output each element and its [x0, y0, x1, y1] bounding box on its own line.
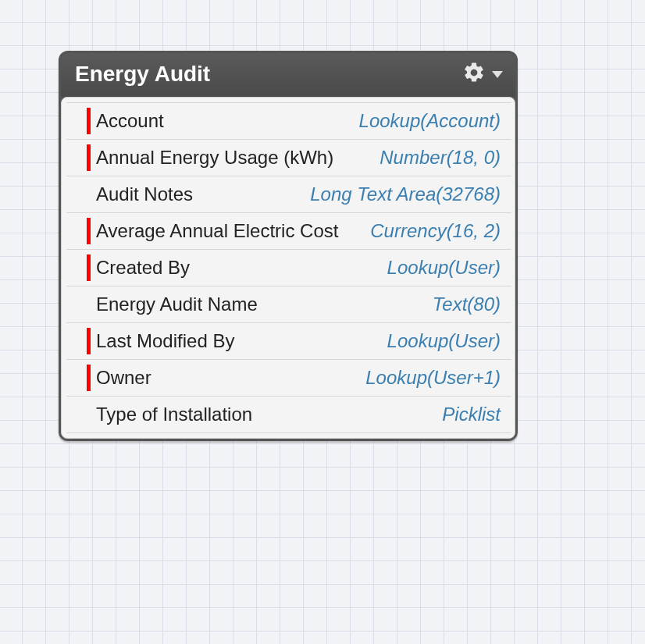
field-type: Lookup(User) — [387, 330, 501, 352]
field-type: Long Text Area(32768) — [310, 183, 501, 205]
field-type: Lookup(Account) — [359, 110, 501, 132]
required-indicator — [87, 108, 91, 134]
field-row[interactable]: Average Annual Electric Cost Currency(16… — [66, 213, 511, 250]
field-label: Created By — [96, 257, 190, 279]
field-label: Account — [96, 110, 164, 132]
field-row[interactable]: Owner Lookup(User+1) — [66, 360, 511, 397]
field-type: Currency(16, 2) — [370, 220, 501, 242]
field-type: Lookup(User+1) — [365, 367, 501, 389]
field-row[interactable]: Created By Lookup(User) — [66, 250, 511, 286]
field-list: Account Lookup(Account) Annual Energy Us… — [61, 97, 515, 439]
field-row[interactable]: Type of Installation Picklist — [66, 397, 511, 433]
settings-menu-button[interactable] — [462, 61, 503, 87]
gear-icon — [462, 61, 486, 87]
field-label: Last Modified By — [96, 330, 234, 352]
field-row[interactable]: Annual Energy Usage (kWh) Number(18, 0) — [66, 140, 511, 176]
field-label: Audit Notes — [96, 183, 193, 205]
field-row[interactable]: Energy Audit Name Text(80) — [66, 286, 511, 323]
field-row[interactable]: Last Modified By Lookup(User) — [66, 323, 511, 360]
required-indicator — [87, 254, 91, 281]
panel-title: Energy Audit — [75, 62, 210, 87]
field-type: Lookup(User) — [387, 257, 501, 279]
required-indicator — [87, 218, 91, 244]
field-label: Average Annual Electric Cost — [96, 220, 338, 242]
object-panel[interactable]: Energy Audit Account Lookup(Account) Ann… — [59, 51, 518, 441]
field-type: Text(80) — [433, 294, 501, 315]
field-label: Energy Audit Name — [96, 294, 258, 315]
required-indicator — [87, 328, 91, 354]
field-label: Owner — [96, 367, 151, 389]
field-label: Type of Installation — [96, 404, 252, 425]
required-indicator — [87, 365, 91, 391]
panel-header: Energy Audit — [61, 53, 515, 97]
chevron-down-icon — [492, 71, 503, 78]
field-type: Picklist — [442, 404, 501, 425]
field-label: Annual Energy Usage (kWh) — [96, 147, 333, 169]
field-row[interactable]: Account Lookup(Account) — [66, 102, 511, 140]
required-indicator — [87, 144, 91, 171]
field-type: Number(18, 0) — [380, 147, 501, 169]
field-row[interactable]: Audit Notes Long Text Area(32768) — [66, 176, 511, 213]
